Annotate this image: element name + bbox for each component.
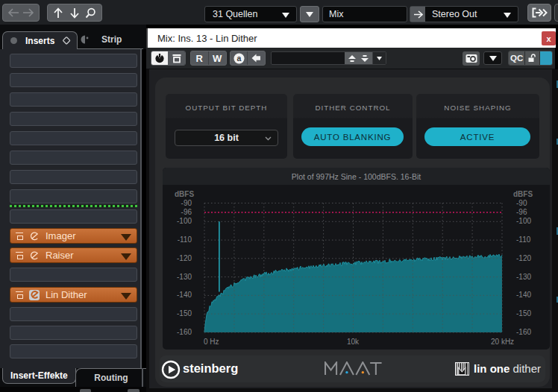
svg-text:a: a xyxy=(236,54,241,63)
